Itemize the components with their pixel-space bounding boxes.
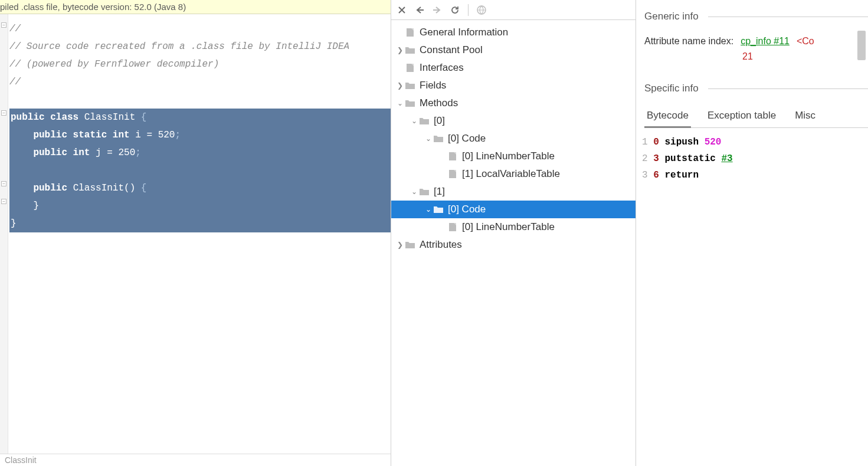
code-line: // — [9, 73, 391, 91]
folder-icon — [404, 99, 416, 108]
chevron-icon[interactable]: ⌄ — [410, 188, 418, 196]
tree-item[interactable]: ⌄[0] Code — [391, 130, 636, 147]
code-line: public ClassInit() { — [9, 179, 391, 197]
code-line — [9, 162, 391, 179]
tree-item-label: Constant Pool — [420, 44, 483, 56]
file-icon — [404, 63, 416, 73]
back-icon[interactable] — [412, 3, 427, 17]
generic-info-section: Generic info — [636, 0, 868, 26]
decompile-banner: piled .class file, bytecode version: 52.… — [0, 0, 391, 14]
tree-item[interactable]: ❯Attributes — [391, 236, 636, 254]
fold-handle-icon[interactable]: − — [1, 181, 6, 186]
tab-exception-table[interactable]: Exception table — [705, 106, 778, 127]
refresh-icon[interactable] — [448, 3, 462, 17]
attr-length-value: 21 — [742, 51, 753, 62]
tree-item-label: [0] Code — [448, 133, 486, 145]
tree-item[interactable]: [0] LineNumberTable — [391, 147, 636, 165]
tree-item[interactable]: Interfaces — [391, 59, 636, 77]
tab-bytecode[interactable]: Bytecode — [644, 106, 691, 128]
tree-item-label: Interfaces — [420, 62, 464, 74]
code-line: public static int i = 520; — [9, 126, 391, 144]
code-line: public class ClassInit { — [9, 109, 391, 126]
folder-icon — [404, 240, 416, 250]
code-line: } — [9, 215, 391, 232]
cp-info-link[interactable]: cp_info #11 — [741, 36, 790, 47]
tree-item[interactable]: ⌄[0] Code — [391, 201, 636, 218]
chevron-icon[interactable]: ⌄ — [424, 205, 433, 214]
fold-handle-icon[interactable]: − — [1, 110, 6, 116]
tree-item[interactable]: [0] LineNumberTable — [391, 218, 636, 236]
tree-item-label: Methods — [420, 97, 458, 109]
editor-pane: piled .class file, bytecode version: 52.… — [0, 0, 391, 466]
file-icon — [447, 152, 458, 161]
app-container: piled .class file, bytecode version: 52.… — [0, 0, 868, 466]
file-icon — [404, 28, 416, 37]
tree-item-label: General Information — [420, 27, 508, 38]
globe-icon[interactable] — [474, 3, 489, 17]
tree-item[interactable]: General Information — [391, 24, 636, 41]
editor-body: − − − − // // Source code recreated from… — [0, 14, 391, 454]
close-icon[interactable] — [395, 3, 409, 17]
code-line — [9, 91, 391, 109]
attr-type-text: <Co — [797, 36, 814, 47]
tree-item-label: Fields — [420, 80, 446, 91]
tree-item-label: [0] Code — [448, 204, 486, 215]
scrollbar-thumb[interactable] — [857, 31, 866, 60]
fold-handle-icon[interactable]: − — [1, 22, 6, 28]
code-line: // Source code recreated from a .class f… — [9, 38, 391, 55]
tree-item-label: Attributes — [420, 239, 462, 251]
chevron-icon[interactable]: ⌄ — [396, 99, 404, 107]
attr-name-index-row: Attribute name index: cp_info #11 <Co — [644, 32, 868, 51]
folder-icon — [404, 45, 416, 55]
chevron-icon[interactable]: ⌄ — [410, 117, 418, 125]
tab-misc[interactable]: Misc — [792, 106, 818, 127]
code-line: } — [9, 197, 391, 215]
section-title: Generic info — [644, 11, 868, 22]
chevron-icon[interactable]: ❯ — [396, 241, 404, 249]
tree-item[interactable]: ❯Fields — [391, 77, 636, 94]
attr-length-row: Attribute length: 21 — [644, 51, 868, 63]
status-bar: ClassInit — [0, 454, 391, 466]
structure-toolbar — [391, 0, 636, 20]
chevron-icon[interactable]: ❯ — [396, 46, 404, 54]
structure-pane: General Information❯Constant PoolInterfa… — [391, 0, 636, 466]
fold-handle-icon[interactable]: − — [1, 199, 6, 204]
file-icon — [447, 169, 458, 179]
tree-item-label: [1] LocalVariableTable — [462, 168, 560, 180]
toolbar-separator — [468, 4, 469, 16]
file-icon — [447, 222, 458, 232]
bytecode-line: 2 3 putstatic #3 — [642, 150, 868, 167]
folder-icon — [404, 81, 416, 90]
tree-item-label: [0] LineNumberTable — [462, 221, 555, 233]
tree-item[interactable]: [1] LocalVariableTable — [391, 165, 636, 183]
folder-icon — [418, 187, 430, 196]
folder-icon — [418, 116, 430, 126]
bytecode-tabs: Bytecode Exception table Misc — [644, 106, 868, 128]
chevron-icon[interactable]: ⌄ — [424, 134, 433, 143]
generic-info-body: Attribute name index: cp_info #11 <Co At… — [636, 26, 868, 63]
folder-icon — [433, 134, 444, 143]
code-line: // — [9, 20, 391, 38]
chevron-icon[interactable]: ❯ — [396, 81, 404, 90]
class-structure-tree[interactable]: General Information❯Constant PoolInterfa… — [391, 20, 636, 466]
section-title: Specific info — [644, 83, 868, 94]
bytecode-line: 3 6 return — [642, 167, 868, 183]
code-area[interactable]: // // Source code recreated from a .clas… — [8, 14, 391, 454]
forward-icon[interactable] — [430, 3, 444, 17]
tree-item[interactable]: ⌄[0] — [391, 112, 636, 130]
code-line: public int j = 250; — [9, 144, 391, 162]
specific-info-section: Specific info — [636, 67, 868, 98]
details-pane: Generic info Attribute name index: cp_in… — [636, 0, 868, 466]
tree-item[interactable]: ⌄[1] — [391, 183, 636, 201]
tree-item-label: [1] — [434, 186, 445, 198]
tree-item-label: [0] LineNumberTable — [462, 150, 555, 162]
attr-name-index-label: Attribute name index: — [644, 36, 733, 47]
editor-gutter[interactable]: − − − − — [0, 14, 8, 454]
tree-item[interactable]: ❯Constant Pool — [391, 41, 636, 59]
folder-icon — [433, 205, 444, 214]
bytecode-listing[interactable]: 1 0 sipush 5202 3 putstatic #3 3 6 retur… — [636, 128, 868, 183]
code-line: // (powered by Fernflower decompiler) — [9, 55, 391, 73]
tree-item-label: [0] — [434, 115, 445, 127]
bytecode-line: 1 0 sipush 520 — [642, 134, 868, 150]
tree-item[interactable]: ⌄Methods — [391, 94, 636, 112]
